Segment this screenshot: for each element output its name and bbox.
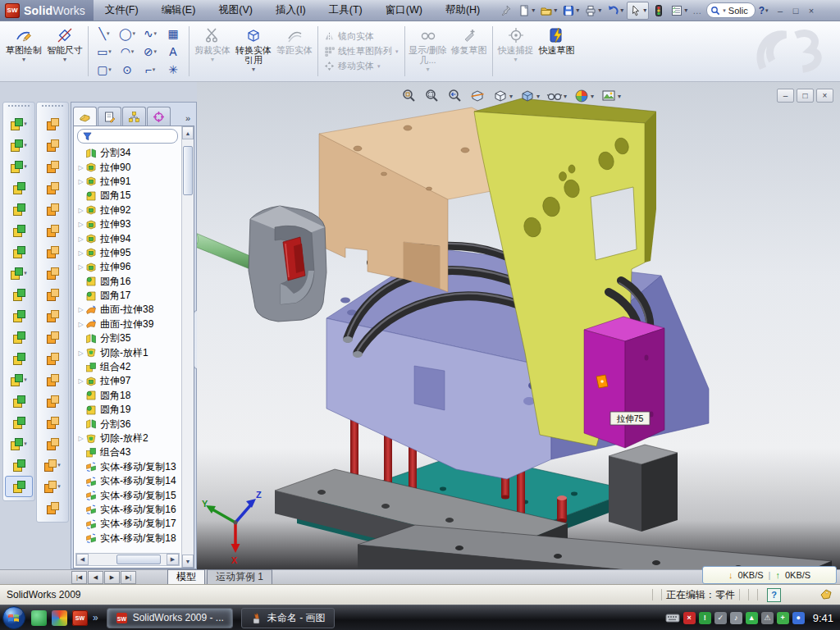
point-button[interactable]: ✳: [162, 61, 185, 79]
fillet-button[interactable]: ▾: [3, 156, 34, 177]
tree-item[interactable]: 圆角17: [76, 289, 181, 303]
rebuild-icon[interactable]: [651, 2, 667, 19]
move-entities-button[interactable]: 移动实体▾: [324, 60, 399, 72]
tree-item[interactable]: ▷拉伸92: [76, 203, 181, 217]
offset-entities-button[interactable]: 等距实体: [274, 23, 315, 80]
extruded-boss-button[interactable]: ▾: [3, 113, 34, 135]
tree-filter-input[interactable]: [77, 129, 178, 144]
document-restore-button[interactable]: □: [797, 89, 814, 103]
print-icon[interactable]: ▾: [582, 2, 603, 19]
panel-tabs-overflow[interactable]: »: [185, 113, 194, 126]
graphics-viewport[interactable]: Y Z X 拉伸75 ▾▾▾▾▾ –□×: [197, 82, 840, 569]
toolbar-overflow-icon[interactable]: …: [691, 2, 703, 19]
move-copy-body-button[interactable]: ▾: [3, 369, 34, 390]
trim-entities-button[interactable]: 剪裁实体▾: [192, 23, 233, 80]
edit-appearance-button[interactable]: ▾: [572, 87, 596, 105]
parting-lines-button[interactable]: [37, 390, 68, 412]
document-close-button[interactable]: ×: [816, 89, 833, 103]
lofted-surface-button[interactable]: [37, 156, 68, 177]
pin-icon[interactable]: [498, 2, 514, 19]
filled-surface-button[interactable]: [37, 199, 68, 220]
tree-item[interactable]: 分割35: [76, 331, 181, 345]
reference-geometry-button[interactable]: [3, 305, 34, 326]
quick-snaps-button[interactable]: 快速捕捉▾: [495, 23, 536, 80]
apply-scene-button[interactable]: ▾: [599, 87, 623, 105]
tab-scroll-first-icon[interactable]: |◀: [71, 571, 87, 584]
quick-launch-messenger-icon[interactable]: [31, 610, 47, 626]
expand-arrow-icon[interactable]: ▷: [76, 221, 85, 228]
tree-item[interactable]: ▷切除-放样2: [76, 431, 181, 445]
menu-help[interactable]: 帮助(H): [434, 0, 491, 21]
tooling-split-button[interactable]: ▾: [37, 454, 68, 476]
minimize-button[interactable]: –: [774, 4, 788, 16]
section-view-button[interactable]: [468, 87, 487, 105]
dropdown-caret-icon[interactable]: ▾: [22, 56, 25, 63]
tree-item[interactable]: ▷拉伸96: [76, 260, 181, 274]
spline-button[interactable]: ∿▾: [139, 25, 162, 43]
tree-item[interactable]: 实体-移动/复制17: [76, 517, 181, 531]
search-input[interactable]: Solic: [728, 6, 748, 16]
tree-item[interactable]: ▷曲面-拉伸39: [76, 317, 181, 331]
hscroll-thumb[interactable]: [116, 555, 161, 564]
rib-button[interactable]: [3, 220, 34, 241]
pc-suite-icon[interactable]: ●: [792, 612, 805, 624]
restore-button[interactable]: □: [789, 4, 803, 16]
tree-item[interactable]: 实体-移动/复制16: [76, 503, 181, 517]
dropdown-caret-icon[interactable]: ▾: [211, 56, 214, 63]
swept-surface-button[interactable]: [37, 113, 68, 135]
dropdown-caret-icon[interactable]: ▾: [252, 66, 255, 73]
tree-item[interactable]: ▷拉伸97: [76, 374, 181, 388]
scroll-up-icon[interactable]: ▲: [182, 126, 194, 139]
tree-item[interactable]: 分割36: [76, 417, 181, 431]
search-box[interactable]: ▾ Solic: [706, 2, 755, 18]
new-document-icon[interactable]: ▾: [516, 2, 536, 19]
quick-launch-solidworks-icon[interactable]: SW: [72, 610, 88, 626]
extend-surface-button[interactable]: [37, 305, 68, 326]
keyboard-indicator-icon[interactable]: [665, 613, 680, 623]
sync-tool-icon[interactable]: ▲: [746, 612, 758, 624]
expand-arrow-icon[interactable]: ▷: [76, 349, 85, 357]
shell-button[interactable]: [3, 199, 34, 220]
menu-edit[interactable]: 编辑(E): [150, 0, 208, 21]
panel-tab-configurationmanager[interactable]: [122, 107, 146, 126]
delete-body-button[interactable]: [3, 390, 34, 412]
display-settings-icon[interactable]: ▾: [669, 2, 689, 19]
smart-dimension-button[interactable]: 智能尺寸▾: [44, 23, 85, 80]
split-button[interactable]: [3, 326, 34, 348]
chamfer-button[interactable]: [3, 177, 34, 199]
circle-button[interactable]: ◯▾: [116, 25, 139, 43]
tree-item[interactable]: ▷拉伸93: [76, 217, 181, 231]
tree-item[interactable]: 圆角19: [76, 403, 181, 417]
expand-arrow-icon[interactable]: ▷: [76, 306, 85, 313]
scroll-down-icon[interactable]: ▼: [182, 555, 194, 568]
menu-view[interactable]: 视图(V): [207, 0, 264, 21]
extruded-cut-button[interactable]: ▾: [3, 135, 34, 156]
system-update-icon[interactable]: ✓: [714, 612, 727, 624]
part-side-block[interactable]: [584, 317, 664, 448]
tree-item[interactable]: 实体-移动/复制18: [76, 532, 181, 546]
expand-arrow-icon[interactable]: ▷: [76, 321, 85, 328]
tree-item[interactable]: ▷切除-放样1: [76, 345, 181, 359]
network-warning-icon[interactable]: ⚠: [761, 612, 774, 624]
sketch-fillet-button[interactable]: ⌐▾: [139, 61, 162, 79]
vscroll-thumb[interactable]: [183, 146, 193, 195]
delete-face-button[interactable]: [37, 348, 68, 369]
slot-button[interactable]: ▢▾: [93, 61, 116, 79]
expand-arrow-icon[interactable]: ▷: [76, 235, 85, 243]
instant3d-button[interactable]: [3, 454, 34, 476]
mirror-button[interactable]: [3, 284, 34, 305]
radiate-surface-button[interactable]: [37, 262, 68, 284]
expand-arrow-icon[interactable]: ▷: [76, 249, 85, 257]
menu-file[interactable]: 文件(F): [94, 0, 150, 21]
security-shield-icon[interactable]: !: [699, 612, 711, 624]
planar-surface-button[interactable]: [37, 220, 68, 241]
dropdown-caret-icon[interactable]: ▾: [514, 56, 518, 63]
boundary-surface-button[interactable]: [37, 177, 68, 199]
offset-surface-button[interactable]: [37, 241, 68, 262]
select-icon[interactable]: ▾: [627, 2, 649, 20]
display-delete-relations-button[interactable]: 显示/删除几...▾: [408, 23, 449, 80]
linear-sketch-pattern-button[interactable]: 线性草图阵列▾: [324, 45, 399, 57]
start-button[interactable]: [2, 605, 26, 630]
expand-arrow-icon[interactable]: ▷: [76, 164, 85, 171]
ellipse-button[interactable]: ⊘▾: [139, 43, 162, 61]
